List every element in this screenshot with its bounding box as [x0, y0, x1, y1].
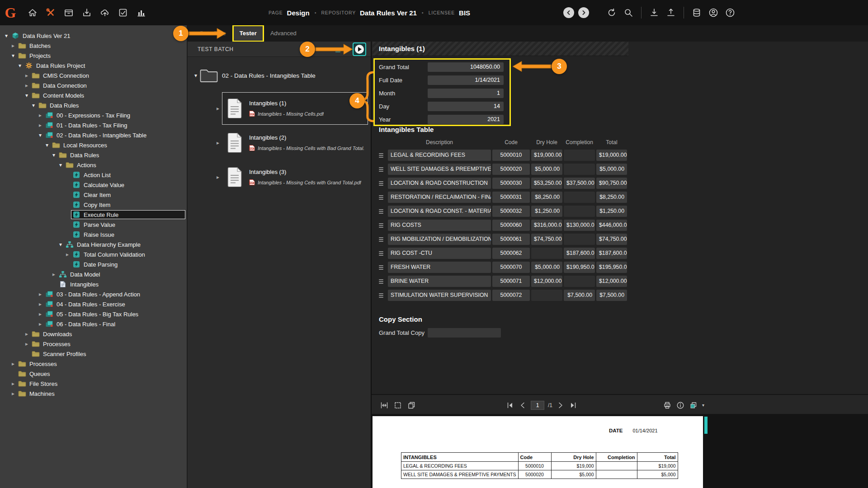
cell-dry[interactable]: $12,000.00: [531, 276, 562, 287]
tree-item-05-data-rules-big-tax-rules[interactable]: ▸05 - Data Rules - Big Tax Rules: [0, 309, 187, 319]
cell-desc[interactable]: RIG COST -CTU: [388, 248, 491, 259]
expand-arrow-icon[interactable]: ▸: [214, 172, 222, 182]
download-icon[interactable]: [648, 6, 660, 19]
tree-item-data-model[interactable]: ▸Data Model: [0, 269, 187, 279]
cell-dry[interactable]: $19,000.00: [531, 150, 562, 161]
cell-total[interactable]: $187,600.0: [596, 248, 627, 259]
tree-item-06-data-rules-final[interactable]: ▸06 - Data Rules - Final: [0, 319, 187, 329]
cell-total[interactable]: $5,000.00: [596, 164, 627, 175]
tree-item-00-expressions-tax-filing[interactable]: ▸00 - Expressions - Tax Filing: [0, 110, 187, 120]
home-icon[interactable]: [26, 6, 39, 19]
collapse-arrow-icon[interactable]: ▾: [43, 140, 51, 150]
tree-item-local-resources[interactable]: ▾Local Resources: [0, 140, 187, 150]
import-box-icon[interactable]: [80, 6, 93, 19]
collapse-arrow-icon[interactable]: ▾: [16, 61, 24, 70]
expand-arrow-icon[interactable]: ▸: [23, 339, 30, 349]
collapse-arrow-icon[interactable]: ▾: [3, 31, 10, 41]
batch-grid-icon[interactable]: ▦: [335, 46, 341, 53]
first-page-icon[interactable]: [505, 401, 514, 410]
expand-arrow-icon[interactable]: ▸: [9, 359, 17, 369]
tree-item-04-data-rules-exercise[interactable]: ▸04 - Data Rules - Exercise: [0, 299, 187, 309]
cell-desc[interactable]: LOCATION & ROAD CONSTRUCTION: [388, 178, 491, 189]
cell-dry[interactable]: $8,250.00: [531, 192, 562, 203]
fit-width-icon[interactable]: [380, 401, 389, 410]
scrollbar-thumb[interactable]: [704, 417, 708, 434]
cell-comp[interactable]: $130,000.0: [564, 220, 595, 231]
tree-item-raise-issue[interactable]: Raise Issue: [0, 230, 187, 239]
previous-page-icon[interactable]: [518, 401, 527, 410]
cell-dry[interactable]: $74,750.00: [531, 234, 562, 245]
repository-value[interactable]: Data Rules Ver 21: [360, 9, 417, 17]
drag-handle-icon[interactable]: [379, 293, 385, 298]
tree-item-action-list[interactable]: Action List: [0, 170, 187, 180]
page-value[interactable]: Design: [287, 9, 310, 17]
cell-dry[interactable]: $53,250.00: [531, 178, 562, 189]
cell-code[interactable]: 5000061: [492, 234, 530, 245]
cell-code[interactable]: 5000070: [492, 262, 530, 273]
drag-handle-icon[interactable]: [379, 209, 385, 214]
drag-handle-icon[interactable]: [379, 265, 385, 270]
upload-icon[interactable]: [665, 6, 677, 19]
database-icon[interactable]: [690, 6, 703, 19]
tree-item-data-connection[interactable]: ▸Data Connection: [0, 80, 187, 90]
tree-item-content-models[interactable]: ▾Content Models: [0, 90, 187, 100]
batches-icon[interactable]: [62, 6, 75, 19]
submit-play-button[interactable]: [353, 42, 366, 56]
cell-desc[interactable]: RIG MOBILIZATION / DEMOBILIZATION: [388, 234, 491, 245]
field-input-full-date[interactable]: 1/14/2021: [428, 75, 504, 85]
forward-icon[interactable]: [578, 7, 589, 18]
field-input-grand-total[interactable]: 1048050.00: [428, 62, 504, 72]
tree-item-file-stores[interactable]: ▸File Stores: [0, 379, 187, 389]
tree-item-date-parsing[interactable]: Date Parsing: [0, 259, 187, 269]
cell-desc[interactable]: RIG COSTS: [388, 220, 491, 231]
page-number-input[interactable]: 1: [531, 401, 544, 410]
tree-item-intangibles[interactable]: Intangibles: [0, 279, 187, 289]
cell-total[interactable]: $1,250.00: [596, 206, 627, 217]
expand-arrow-icon[interactable]: ▸: [214, 103, 222, 113]
collapse-arrow-icon[interactable]: ▾: [57, 160, 64, 170]
tree-item-01-data-rules-tax-filing[interactable]: ▸01 - Data Rules - Tax Filing: [0, 120, 187, 130]
tab-advanced[interactable]: Advanced: [264, 26, 302, 41]
user-icon[interactable]: [707, 6, 720, 19]
cell-desc[interactable]: BRINE WATER: [388, 276, 491, 287]
cloud-upload-icon[interactable]: [99, 6, 111, 19]
dropdown-caret-icon[interactable]: ▾: [702, 403, 704, 408]
tree-item-processes[interactable]: ▸Processes: [0, 359, 187, 369]
expand-arrow-icon[interactable]: ▸: [9, 41, 17, 51]
stats-chart-icon[interactable]: [135, 6, 147, 19]
tree-item-projects[interactable]: ▾Projects: [0, 51, 187, 61]
tree-item-data-rules-project[interactable]: ▾Data Rules Project: [0, 61, 187, 70]
field-input-year[interactable]: 2021: [428, 115, 504, 124]
drag-handle-icon[interactable]: [379, 195, 385, 200]
document-card[interactable]: Intangibles (2)Intangibles - Missing Cel…: [222, 127, 368, 159]
cell-dry[interactable]: $1,250.00: [531, 206, 562, 217]
cell-comp[interactable]: $7,500.00: [564, 290, 595, 301]
expand-arrow-icon[interactable]: ▸: [50, 269, 57, 279]
expand-arrow-icon[interactable]: ▸: [37, 319, 44, 329]
cell-dry[interactable]: $5,000.00: [531, 164, 562, 175]
expand-arrow-icon[interactable]: ▸: [37, 110, 44, 120]
cell-code[interactable]: 5000060: [492, 220, 530, 231]
tree-item-calculate-value[interactable]: Calculate Value: [0, 180, 187, 190]
tree-item-data-rules[interactable]: ▾Data Rules: [0, 150, 187, 160]
cell-code[interactable]: 5000010: [492, 150, 530, 161]
expand-arrow-icon[interactable]: ▸: [9, 379, 17, 389]
cell-comp[interactable]: [564, 150, 595, 161]
tree-item-processes[interactable]: ▸Processes: [0, 339, 187, 349]
expand-arrow-icon[interactable]: ▸: [37, 299, 44, 309]
search-icon[interactable]: [622, 6, 635, 19]
tree-item-data-rules-ver-21[interactable]: ▾Data Rules Ver 21: [0, 31, 187, 41]
layers-icon[interactable]: [689, 401, 698, 410]
expand-arrow-icon[interactable]: ▸: [23, 80, 30, 90]
cell-code[interactable]: 5000072: [492, 290, 530, 301]
collapse-arrow-icon[interactable]: ▾: [30, 100, 37, 110]
cell-comp[interactable]: $190,950.0: [564, 262, 595, 273]
cell-comp[interactable]: [564, 192, 595, 203]
cell-total[interactable]: $8,250.00: [596, 192, 627, 203]
collapse-arrow-icon[interactable]: ▾: [23, 90, 30, 100]
cell-total[interactable]: $446,000.0: [596, 220, 627, 231]
back-icon[interactable]: [563, 7, 574, 18]
tree-item-data-rules[interactable]: ▾Data Rules: [0, 100, 187, 110]
drag-handle-icon[interactable]: [379, 181, 385, 186]
cell-comp[interactable]: [564, 234, 595, 245]
